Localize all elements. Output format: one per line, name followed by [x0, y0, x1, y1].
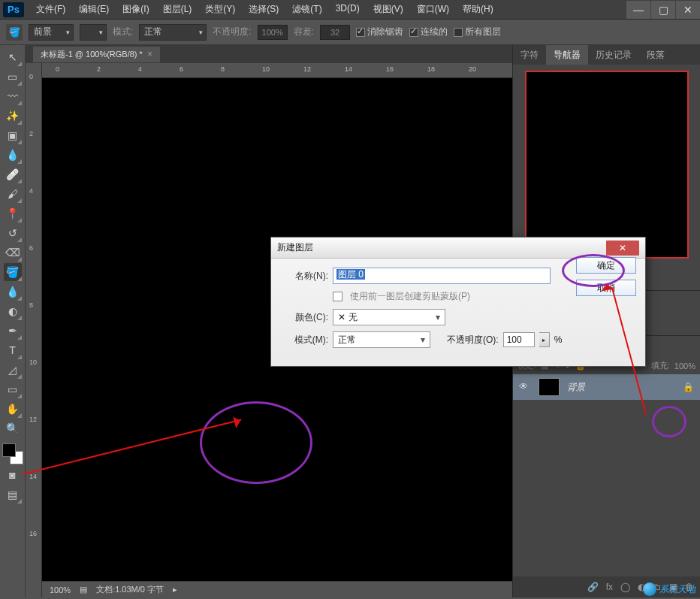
opacity-input[interactable]: 100%: [258, 25, 288, 40]
dlg-mode-label: 模式(M):: [279, 334, 328, 346]
watermark: 系统天地: [643, 582, 695, 596]
fill-label: 填充:: [651, 360, 670, 371]
dialog-close-button[interactable]: ✕: [606, 241, 639, 256]
eyedropper-tool[interactable]: 💧: [4, 146, 22, 164]
mode-dropdown[interactable]: 正常: [333, 331, 430, 348]
visibility-icon[interactable]: 👁: [519, 381, 531, 393]
mask-icon[interactable]: ◯: [620, 582, 630, 592]
history-brush-tool[interactable]: ↺: [4, 224, 22, 242]
blend-mode-dropdown[interactable]: 正常: [139, 24, 207, 41]
window-minimize-button[interactable]: —: [626, 1, 650, 19]
layer-name-input[interactable]: 图层 0: [333, 268, 551, 284]
dlg-opacity-label: 不透明度(O):: [447, 334, 499, 346]
link-layers-icon[interactable]: 🔗: [587, 582, 599, 592]
annotation-arrowhead-2: [600, 277, 614, 292]
close-tab-icon[interactable]: ×: [147, 49, 152, 59]
ruler-vertical: 0246810121416: [26, 63, 42, 597]
menu-filter[interactable]: 滤镜(T): [286, 1, 327, 18]
window-maximize-button[interactable]: ▢: [651, 1, 675, 19]
brush-tool[interactable]: 🖌: [4, 185, 22, 203]
menu-layer[interactable]: 图层(L): [157, 1, 198, 18]
menu-select[interactable]: 选择(S): [243, 1, 285, 18]
heal-tool[interactable]: 🩹: [4, 165, 22, 183]
menu-file[interactable]: 文件(F): [30, 1, 71, 18]
annotation-circle-ok: [562, 254, 625, 287]
tab-character[interactable]: 字符: [513, 45, 546, 65]
layer-thumbnail[interactable]: [539, 378, 560, 396]
bucket-tool[interactable]: 🪣: [4, 263, 22, 281]
menu-type[interactable]: 类型(Y): [199, 1, 241, 18]
stamp-tool[interactable]: 📍: [4, 204, 22, 222]
antialias-checkbox[interactable]: 消除锯齿: [356, 26, 403, 38]
all-layers-checkbox[interactable]: 所有图层: [454, 26, 501, 38]
marquee-tool[interactable]: ▭: [4, 68, 22, 86]
zoom-tool[interactable]: 🔍: [4, 419, 22, 437]
pen-tool[interactable]: ✒: [4, 322, 22, 340]
dodge-tool[interactable]: ◐: [4, 302, 22, 320]
lasso-tool[interactable]: 〰: [4, 87, 22, 105]
crop-tool[interactable]: ▣: [4, 126, 22, 144]
fill-value[interactable]: 100%: [674, 362, 695, 371]
doc-status: 文档:1.03M/0 字节: [96, 584, 164, 595]
document-tab[interactable]: 未标题-1 @ 100%(RGB/8) *×: [33, 47, 160, 62]
clipmask-checkbox[interactable]: [333, 292, 342, 301]
eraser-tool[interactable]: ⌫: [4, 244, 22, 262]
name-label: 名称(N):: [279, 270, 328, 283]
screenmode-toggle[interactable]: ▤: [4, 486, 22, 504]
hand-tool[interactable]: ✋: [4, 400, 22, 418]
menu-view[interactable]: 视图(V): [367, 1, 409, 18]
layer-row-background[interactable]: 👁 背景 🔒: [513, 374, 700, 400]
zoom-level[interactable]: 100%: [50, 585, 71, 594]
layer-name: 背景: [567, 381, 585, 394]
contiguous-checkbox[interactable]: 连续的: [409, 26, 448, 38]
foreground-swatch[interactable]: [2, 443, 16, 457]
window-close-button[interactable]: ✕: [676, 1, 700, 19]
menu-help[interactable]: 帮助(H): [457, 1, 499, 18]
annotation-circle-canvas: [200, 401, 312, 484]
tolerance-label: 容差:: [294, 26, 314, 38]
status-arrow-icon[interactable]: ▸: [173, 585, 177, 594]
color-dropdown[interactable]: ✕无: [333, 309, 445, 325]
dialog-title: 新建图层: [277, 241, 313, 254]
tab-paragraph[interactable]: 段落: [639, 45, 672, 65]
navigator-thumbnail[interactable]: [525, 71, 689, 259]
lock-icon: 🔒: [683, 382, 694, 392]
wand-tool[interactable]: ✨: [4, 107, 22, 125]
doc-info-icon[interactable]: ▤: [80, 585, 87, 594]
opacity-label: 不透明度:: [213, 26, 251, 38]
ps-logo-icon: Ps: [3, 2, 24, 17]
quickmask-toggle[interactable]: ◙: [4, 466, 22, 484]
mode-label: 模式:: [113, 26, 133, 38]
menu-edit[interactable]: 编辑(E): [73, 1, 115, 18]
menu-image[interactable]: 图像(I): [116, 1, 155, 18]
menu-bar: 文件(F) 编辑(E) 图像(I) 图层(L) 类型(Y) 选择(S) 滤镜(T…: [30, 1, 626, 18]
color-swatches[interactable]: [2, 443, 23, 464]
opacity-spinner[interactable]: ▸: [539, 332, 550, 347]
move-tool[interactable]: ↖: [4, 48, 22, 66]
menu-3d[interactable]: 3D(D): [330, 1, 366, 18]
tab-history[interactable]: 历史记录: [588, 45, 639, 65]
fx-icon[interactable]: fx: [606, 582, 613, 592]
percent-label: %: [554, 334, 563, 345]
tool-palette: ↖ ▭ 〰 ✨ ▣ 💧 🩹 🖌 📍 ↺ ⌫ 🪣 💧 ◐ ✒ T ◿ ▭ ✋ 🔍 …: [0, 45, 26, 597]
type-tool[interactable]: T: [4, 341, 22, 359]
tab-navigator[interactable]: 导航器: [546, 45, 588, 65]
ruler-horizontal: 02468101214161820: [42, 63, 512, 78]
tolerance-input[interactable]: 32: [320, 25, 350, 40]
clipmask-label: 使用前一图层创建剪贴蒙版(P): [350, 290, 470, 303]
shape-tool[interactable]: ▭: [4, 380, 22, 398]
color-label: 颜色(C):: [279, 311, 328, 324]
annotation-circle-lock: [652, 406, 686, 437]
blur-tool[interactable]: 💧: [4, 283, 22, 301]
dlg-opacity-input[interactable]: 100: [503, 332, 535, 347]
fill-source-dropdown[interactable]: 前景: [29, 24, 74, 41]
menu-window[interactable]: 窗口(W): [411, 1, 455, 18]
current-tool-icon: 🪣: [6, 24, 23, 41]
pattern-picker[interactable]: [80, 24, 107, 41]
path-tool[interactable]: ◿: [4, 361, 22, 379]
